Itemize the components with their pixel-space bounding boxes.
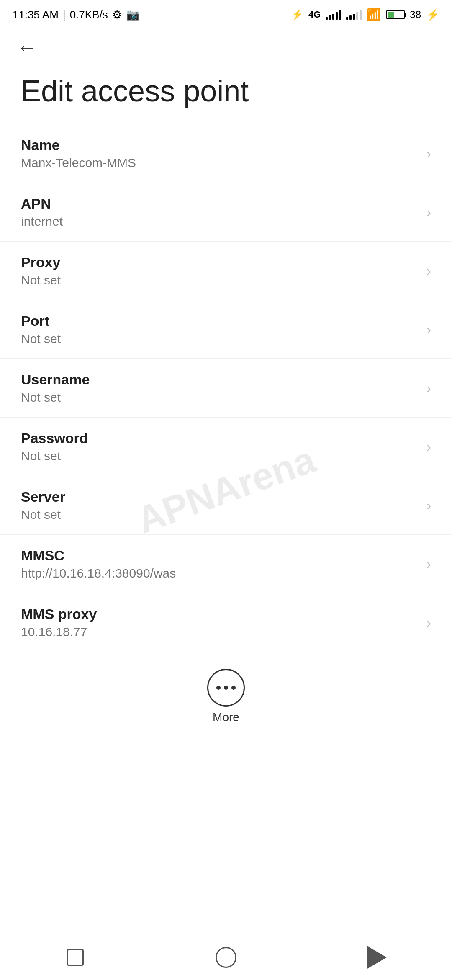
- more-button-area[interactable]: More: [0, 652, 452, 732]
- settings-item-mmsc-label: MMSC: [21, 547, 418, 564]
- settings-item-apn-value: internet: [21, 214, 418, 229]
- battery-percent: 38: [410, 9, 421, 21]
- chevron-right-icon-server: ›: [426, 497, 431, 513]
- settings-item-server-content: Server Not set: [21, 489, 418, 522]
- settings-list: Name Manx-Telecom-MMS › APN internet › P…: [0, 124, 452, 652]
- settings-item-proxy-label: Proxy: [21, 254, 418, 271]
- more-dot-1: [216, 686, 221, 690]
- charging-icon: ⚡: [426, 8, 439, 21]
- chevron-right-icon-mmsc: ›: [426, 556, 431, 572]
- separator: |: [63, 8, 66, 21]
- network-speed: 0.7KB/s: [70, 8, 108, 21]
- top-navigation: ←: [0, 29, 452, 66]
- more-dot-2: [224, 686, 228, 690]
- more-dots-icon: [216, 686, 236, 690]
- nav-home-button[interactable]: [209, 945, 243, 970]
- back-icon: [367, 946, 387, 969]
- chevron-right-icon-proxy: ›: [426, 263, 431, 279]
- wifi-icon: 📶: [367, 8, 381, 22]
- more-circle-button[interactable]: [207, 669, 245, 707]
- settings-item-name[interactable]: Name Manx-Telecom-MMS ›: [0, 124, 452, 183]
- settings-item-server-label: Server: [21, 489, 418, 505]
- settings-item-password-content: Password Not set: [21, 430, 418, 463]
- settings-item-password-value: Not set: [21, 449, 418, 463]
- chevron-right-icon-username: ›: [426, 380, 431, 396]
- settings-icon: ⚙: [112, 8, 122, 21]
- status-right: ⚡ 4G 📶 38 ⚡: [291, 8, 439, 22]
- settings-item-mmsc[interactable]: MMSC http://10.16.18.4:38090/was ›: [0, 535, 452, 593]
- settings-item-apn-label: APN: [21, 196, 418, 212]
- settings-item-username-content: Username Not set: [21, 371, 418, 405]
- settings-item-mms-proxy[interactable]: MMS proxy 10.16.18.77 ›: [0, 593, 452, 652]
- more-dot-3: [231, 686, 236, 690]
- video-icon: 📷: [126, 8, 139, 21]
- back-button[interactable]: ←: [17, 38, 37, 58]
- chevron-right-icon-name: ›: [426, 145, 431, 162]
- settings-item-mms-proxy-label: MMS proxy: [21, 606, 418, 622]
- settings-item-password[interactable]: Password Not set ›: [0, 418, 452, 476]
- settings-item-apn[interactable]: APN internet ›: [0, 183, 452, 242]
- settings-item-apn-content: APN internet: [21, 196, 418, 229]
- home-icon: [216, 947, 236, 968]
- settings-item-name-value: Manx-Telecom-MMS: [21, 156, 418, 170]
- chevron-right-icon-mms-proxy: ›: [426, 614, 431, 631]
- settings-item-mms-proxy-content: MMS proxy 10.16.18.77: [21, 606, 418, 639]
- settings-item-mms-proxy-value: 10.16.18.77: [21, 625, 418, 639]
- chevron-right-icon-port: ›: [426, 321, 431, 338]
- more-label: More: [213, 711, 239, 724]
- page-title: Edit access point: [0, 66, 452, 124]
- settings-item-port-content: Port Not set: [21, 313, 418, 346]
- settings-item-username-value: Not set: [21, 390, 418, 405]
- settings-item-server-value: Not set: [21, 508, 418, 522]
- settings-item-mmsc-content: MMSC http://10.16.18.4:38090/was: [21, 547, 418, 580]
- settings-item-proxy[interactable]: Proxy Not set ›: [0, 242, 452, 300]
- settings-item-username[interactable]: Username Not set ›: [0, 359, 452, 418]
- settings-item-proxy-content: Proxy Not set: [21, 254, 418, 287]
- signal-bars-1: [326, 10, 341, 20]
- time: 11:35 AM: [13, 8, 59, 21]
- bottom-navigation-bar: [0, 934, 452, 980]
- settings-item-port[interactable]: Port Not set ›: [0, 300, 452, 359]
- settings-item-port-label: Port: [21, 313, 418, 329]
- settings-item-mmsc-value: http://10.16.18.4:38090/was: [21, 566, 418, 580]
- nav-recents-button[interactable]: [59, 945, 92, 970]
- status-left: 11:35 AM | 0.7KB/s ⚙ 📷: [13, 8, 139, 21]
- bluetooth-icon: ⚡: [291, 9, 303, 21]
- settings-item-proxy-value: Not set: [21, 273, 418, 287]
- settings-item-name-content: Name Manx-Telecom-MMS: [21, 137, 418, 170]
- status-bar: 11:35 AM | 0.7KB/s ⚙ 📷 ⚡ 4G 📶 38: [0, 0, 452, 29]
- chevron-right-icon-password: ›: [426, 438, 431, 455]
- settings-item-name-label: Name: [21, 137, 418, 153]
- chevron-right-icon-apn: ›: [426, 204, 431, 220]
- settings-item-server[interactable]: Server Not set ›: [0, 476, 452, 535]
- settings-item-port-value: Not set: [21, 332, 418, 346]
- settings-item-password-label: Password: [21, 430, 418, 446]
- signal-bars-2: [346, 10, 362, 20]
- network-4g-icon: 4G: [308, 9, 321, 20]
- nav-back-button[interactable]: [360, 945, 393, 970]
- battery-indicator: [386, 10, 405, 19]
- recents-icon: [67, 949, 84, 966]
- settings-item-username-label: Username: [21, 371, 418, 388]
